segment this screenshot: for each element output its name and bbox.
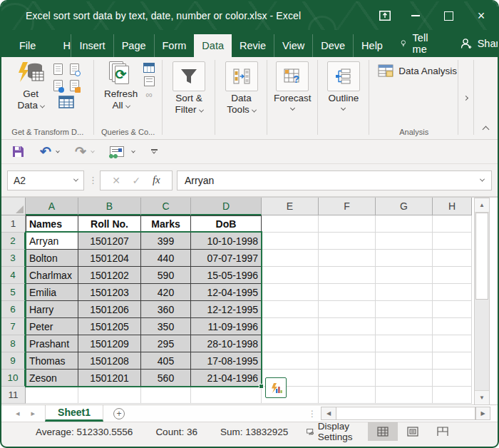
cell-D11[interactable] xyxy=(191,387,262,404)
cell-F1[interactable] xyxy=(319,215,376,233)
cell-E4[interactable] xyxy=(262,267,319,284)
row-header-3[interactable]: 3 xyxy=(1,250,26,267)
tab-file[interactable]: File xyxy=(11,34,43,57)
cell-D7[interactable]: 11-09-1996 xyxy=(191,318,262,335)
cell-C5[interactable]: 420 xyxy=(141,284,191,301)
share-button[interactable]: Share xyxy=(442,38,499,49)
cell-F10[interactable] xyxy=(319,370,376,387)
tab-help[interactable]: Help xyxy=(353,34,391,57)
drag-handle[interactable]: ⋮ xyxy=(88,175,96,185)
cell-B4[interactable]: 1501202 xyxy=(78,267,141,284)
cell-D4[interactable]: 15-05-1996 xyxy=(191,267,262,284)
column-header-c[interactable]: C xyxy=(141,198,191,215)
ribbon-display-options-icon[interactable] xyxy=(371,1,399,30)
cell-F2[interactable] xyxy=(319,233,376,250)
vertical-scrollbar-thumb[interactable] xyxy=(475,213,488,300)
cell-F9[interactable] xyxy=(319,352,376,370)
cell-C10[interactable]: 560 xyxy=(141,370,191,387)
cell-B10[interactable]: 1501201 xyxy=(78,370,141,387)
cell-G4[interactable] xyxy=(376,267,433,284)
data-analysis-button[interactable]: Data Analysis xyxy=(371,60,457,77)
cell-H9[interactable] xyxy=(433,352,472,370)
page-layout-view-button[interactable] xyxy=(398,422,428,441)
cell-C1[interactable]: Marks xyxy=(141,215,191,233)
cell-E9[interactable] xyxy=(262,352,319,370)
cell-A10[interactable]: Zeson xyxy=(26,370,78,387)
row-header-6[interactable]: 6 xyxy=(1,301,26,318)
tell-me-button[interactable]: Tell me xyxy=(391,32,442,55)
cell-C2[interactable]: 399 xyxy=(141,233,191,250)
customize-qat-button[interactable] xyxy=(147,146,162,157)
cell-G3[interactable] xyxy=(376,250,433,267)
column-header-e[interactable]: E xyxy=(262,198,319,215)
cell-G11[interactable] xyxy=(376,387,433,404)
outline-button[interactable]: Outline xyxy=(324,60,363,135)
tab-home[interactable]: Home xyxy=(55,34,71,57)
close-button[interactable]: × xyxy=(465,1,498,30)
maximize-button[interactable] xyxy=(432,1,465,30)
tab-developer[interactable]: Deve xyxy=(312,34,353,57)
select-all-button[interactable] xyxy=(1,198,26,215)
cell-H2[interactable] xyxy=(433,233,472,250)
cell-D3[interactable]: 07-07-1997 xyxy=(191,250,262,267)
cell-B8[interactable]: 1501209 xyxy=(78,335,141,352)
cell-C8[interactable]: 295 xyxy=(141,335,191,352)
column-header-a[interactable]: A xyxy=(26,198,78,215)
prev-sheet-button[interactable]: ◂ xyxy=(16,409,20,418)
name-box[interactable]: A2 xyxy=(7,170,84,190)
cell-D2[interactable]: 10-10-1998 xyxy=(191,233,262,250)
cell-B6[interactable]: 1501206 xyxy=(78,301,141,318)
cell-D6[interactable]: 12-12-1995 xyxy=(191,301,262,318)
cell-D5[interactable]: 12-04-1995 xyxy=(191,284,262,301)
tab-data[interactable]: Data xyxy=(194,34,232,57)
cell-H8[interactable] xyxy=(433,335,472,352)
cell-D1[interactable]: DoB xyxy=(191,215,262,233)
cell-A11[interactable] xyxy=(26,387,78,404)
undo-button[interactable]: ↶ xyxy=(36,142,63,161)
cell-A5[interactable]: Emilia xyxy=(26,284,78,301)
cell-D10[interactable]: 21-04-1996 xyxy=(191,370,262,387)
cell-F4[interactable] xyxy=(319,267,376,284)
cell-E3[interactable] xyxy=(262,250,319,267)
cell-D9[interactable]: 17-08-1995 xyxy=(191,352,262,370)
from-web-icon[interactable] xyxy=(51,78,65,93)
cell-G7[interactable] xyxy=(376,318,433,335)
recent-sources-icon[interactable] xyxy=(67,62,81,76)
cell-E7[interactable] xyxy=(262,318,319,335)
cell-G6[interactable] xyxy=(376,301,433,318)
quick-analysis-button[interactable] xyxy=(265,377,287,398)
scroll-up-button[interactable]: ▲ xyxy=(475,198,489,213)
normal-view-button[interactable] xyxy=(368,422,398,441)
vertical-scrollbar[interactable]: ▲ ▼ xyxy=(474,198,490,405)
cell-H11[interactable] xyxy=(433,387,472,404)
cell-F7[interactable] xyxy=(319,318,376,335)
cell-F6[interactable] xyxy=(319,301,376,318)
display-settings-button[interactable]: Display Settings xyxy=(299,421,368,442)
row-header-1[interactable]: 1 xyxy=(1,215,26,233)
sort-filter-button[interactable]: Sort & Filter xyxy=(170,60,208,135)
cancel-button[interactable]: ✕ xyxy=(112,175,120,186)
cell-G1[interactable] xyxy=(376,215,433,233)
edit-links-icon[interactable]: ∞ xyxy=(146,90,153,99)
existing-connections-icon[interactable] xyxy=(67,78,81,93)
row-header-8[interactable]: 8 xyxy=(1,335,26,352)
cell-H1[interactable] xyxy=(433,215,472,233)
row-header-7[interactable]: 7 xyxy=(1,318,26,335)
sheet-tab-sheet1[interactable]: Sheet1 xyxy=(45,405,103,422)
horizontal-scrollbar[interactable]: ◀ ▶ xyxy=(321,407,490,420)
cell-F11[interactable] xyxy=(319,387,376,404)
cell-E1[interactable] xyxy=(262,215,319,233)
cell-H4[interactable] xyxy=(433,267,472,284)
cell-B7[interactable]: 1501205 xyxy=(78,318,141,335)
cell-H7[interactable] xyxy=(433,318,472,335)
qat-custom-button[interactable] xyxy=(106,143,138,160)
tab-review[interactable]: Revie xyxy=(232,34,274,57)
cell-H3[interactable] xyxy=(433,250,472,267)
cell-B11[interactable] xyxy=(78,387,141,404)
cell-G5[interactable] xyxy=(376,284,433,301)
queries-connections-icon[interactable] xyxy=(143,63,155,73)
row-header-9[interactable]: 9 xyxy=(1,352,26,370)
column-header-f[interactable]: F xyxy=(319,198,376,215)
tab-formulas[interactable]: Form xyxy=(154,34,195,57)
cell-G2[interactable] xyxy=(376,233,433,250)
